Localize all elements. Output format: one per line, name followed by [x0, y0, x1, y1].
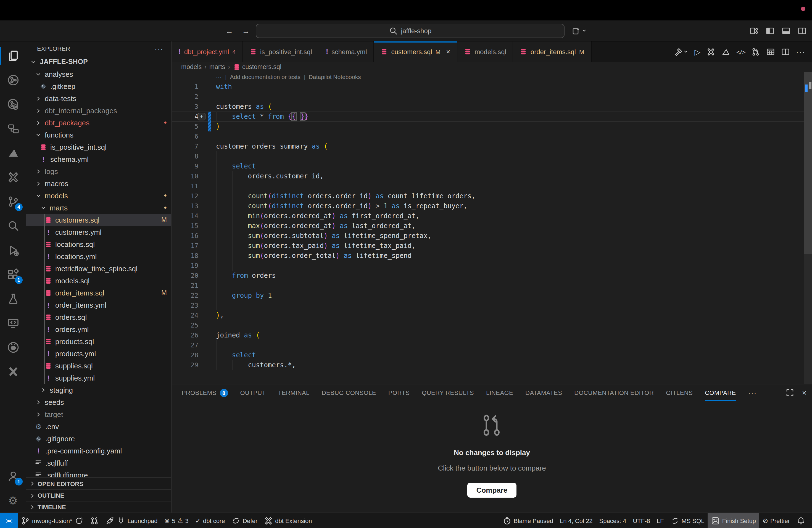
tree-item-.env[interactable]: ⚙.env: [26, 420, 171, 432]
code-line[interactable]: 15 max(orders.ordered_at) as last_ordere…: [172, 221, 804, 231]
code-line[interactable]: 12 count(distinct orders.order_id) as co…: [172, 191, 804, 201]
scrollbar-thumb[interactable]: [804, 72, 812, 254]
action-query-results[interactable]: [766, 47, 775, 56]
code-line[interactable]: 24),: [172, 310, 804, 320]
activity-item-settings[interactable]: ⚙: [0, 488, 26, 513]
tree-item-.sqlfluff[interactable]: .sqlfluff: [26, 457, 171, 469]
panel-tab-output[interactable]: OUTPUT: [240, 384, 266, 401]
code-line[interactable]: 11: [172, 181, 804, 191]
status-git-branch[interactable]: mwong-fusion*: [18, 513, 87, 528]
status-language-mode[interactable]: MS SQL: [667, 513, 708, 528]
code-line[interactable]: 5): [172, 121, 804, 131]
action-compiled-code[interactable]: </>: [736, 48, 745, 55]
activity-item-dbt-docs[interactable]: [0, 92, 26, 117]
panel-tab-problems[interactable]: PROBLEMS8: [182, 384, 228, 401]
code-line[interactable]: 1with: [172, 82, 804, 92]
panel-tab-documentation-editor[interactable]: DOCUMENTATION EDITOR: [574, 384, 654, 401]
tree-item-is_positive_int.sql[interactable]: is_positive_int.sql: [26, 141, 171, 153]
activity-item-remote-explorer[interactable]: [0, 311, 26, 335]
code-line[interactable]: 27: [172, 340, 804, 350]
maximize-panel-icon[interactable]: [785, 388, 794, 397]
code-line[interactable]: 18 sum(orders.order_total) as lifetime_s…: [172, 251, 804, 261]
code-line[interactable]: 19: [172, 261, 804, 270]
activity-item-flowchart[interactable]: [0, 117, 26, 141]
code-line[interactable]: 4+ select * from {{ }}: [172, 112, 804, 121]
activity-item-dbt[interactable]: [0, 360, 26, 384]
activity-item-explorer[interactable]: [0, 44, 26, 68]
status-dbt-core[interactable]: ✓dbt core: [192, 513, 228, 528]
status-launchpad[interactable]: Launchpad: [102, 513, 161, 528]
tree-item-.gitignore[interactable]: .gitignore: [26, 432, 171, 444]
code-editor[interactable]: ···|Add documentation or tests|Datapilot…: [172, 72, 812, 384]
section-outline[interactable]: OUTLINE: [26, 489, 171, 501]
code-line[interactable]: 13 count(distinct orders.order_id) > 1 a…: [172, 201, 804, 211]
tree-item-target[interactable]: target: [26, 408, 171, 420]
section-timeline[interactable]: TIMELINE: [26, 501, 171, 513]
compare-button[interactable]: Compare: [468, 483, 517, 498]
tree-item-functions[interactable]: functions: [26, 129, 171, 141]
tree-item-macros[interactable]: macros: [26, 177, 171, 189]
code-line[interactable]: 17 sum(orders.tax_paid) as lifetime_tax_…: [172, 241, 804, 251]
action-split-editor[interactable]: [781, 47, 790, 56]
remote-indicator[interactable]: ><: [0, 513, 18, 528]
toggle-customize-layout-icon[interactable]: [750, 26, 758, 35]
tree-item-JAFFLE-SHOP[interactable]: JAFFLE-SHOP: [26, 56, 171, 68]
open-remote-window-button[interactable]: [572, 26, 586, 35]
code-line[interactable]: 20 from orders: [172, 270, 804, 281]
history-back-button[interactable]: ←: [226, 26, 233, 35]
tree-item-supplies.sql[interactable]: supplies.sql: [26, 360, 171, 372]
tree-item-marts[interactable]: marts●: [26, 202, 171, 214]
toggle-panel-bottom-icon[interactable]: [782, 26, 791, 35]
activity-item-extensions[interactable]: 1: [0, 262, 26, 287]
tree-item-schema.yml[interactable]: !schema.yml: [26, 153, 171, 165]
code-line[interactable]: 6: [172, 131, 804, 142]
action-more-actions[interactable]: ···: [796, 48, 806, 56]
codelens-link[interactable]: Datapilot Notebooks: [309, 72, 361, 82]
toggle-panel-right-icon[interactable]: [798, 26, 807, 35]
tree-item-.sqlfluffignore[interactable]: .sqlfluffignore: [26, 469, 171, 477]
close-icon[interactable]: ×: [446, 47, 450, 56]
codelens-link[interactable]: ···: [216, 72, 222, 82]
tree-item-models.sql[interactable]: models.sql: [26, 275, 171, 287]
panel-tab-gitlens[interactable]: GITLENS: [666, 384, 693, 401]
tree-item-metricflow_time_spine.sql[interactable]: metricflow_time_spine.sql: [26, 262, 171, 275]
activity-item-github[interactable]: [0, 335, 26, 360]
tab-dbt_project.yml[interactable]: !dbt_project.yml4: [172, 41, 243, 62]
action-run-query[interactable]: ▷: [695, 48, 701, 56]
breadcrumb-item-models[interactable]: models: [181, 63, 202, 70]
status-notifications[interactable]: [793, 513, 809, 528]
code-line[interactable]: 25: [172, 320, 804, 330]
panel-tab-datamates[interactable]: DATAMATES: [525, 384, 562, 401]
command-center-search[interactable]: jaffle-shop: [256, 24, 565, 38]
status-indentation[interactable]: Spaces: 4: [596, 513, 630, 528]
section-open-editors[interactable]: OPEN EDITORS: [26, 478, 171, 489]
status-finish-setup[interactable]: Finish Setup: [708, 513, 759, 528]
code-line[interactable]: 14 min(orders.ordered_at) as first_order…: [172, 211, 804, 221]
status-git-compare-status[interactable]: [87, 513, 102, 528]
tree-item-supplies.yml[interactable]: !supplies.yml: [26, 372, 171, 384]
code-line[interactable]: 22 group by 1: [172, 291, 804, 300]
editor-scrollbar[interactable]: [804, 72, 812, 384]
activity-item-search[interactable]: [0, 214, 26, 238]
activity-item-testing[interactable]: [0, 287, 26, 311]
status-encoding[interactable]: UTF-8: [629, 513, 653, 528]
action-dbt-build[interactable]: [674, 47, 688, 56]
code-line[interactable]: 21: [172, 281, 804, 291]
tree-item-customers.yml[interactable]: !customers.yml: [26, 226, 171, 238]
activity-item-dbt-power-user[interactable]: [0, 165, 26, 189]
tree-item-orders.yml[interactable]: !orders.yml: [26, 323, 171, 335]
action-dbt-power-user-action[interactable]: [707, 47, 715, 56]
tab-customers.sql[interactable]: customers.sqlM×: [374, 41, 458, 62]
tree-item-products.yml[interactable]: !products.yml: [26, 348, 171, 360]
panel-more-actions[interactable]: ···: [748, 388, 757, 397]
code-line[interactable]: 7customer_orders_summary as (: [172, 142, 804, 151]
activity-item-source-control[interactable]: 4: [0, 189, 26, 214]
tree-item-models[interactable]: models●: [26, 189, 171, 202]
activity-item-run-and-debug[interactable]: [0, 238, 26, 262]
action-datapilot-action[interactable]: [721, 47, 730, 56]
tree-item-locations.sql[interactable]: locations.sql: [26, 238, 171, 250]
panel-tab-compare[interactable]: COMPARE: [705, 384, 736, 401]
panel-tab-lineage[interactable]: LINEAGE: [486, 384, 513, 401]
panel-tab-debug-console[interactable]: DEBUG CONSOLE: [322, 384, 376, 401]
code-line[interactable]: 26joined as (: [172, 330, 804, 340]
